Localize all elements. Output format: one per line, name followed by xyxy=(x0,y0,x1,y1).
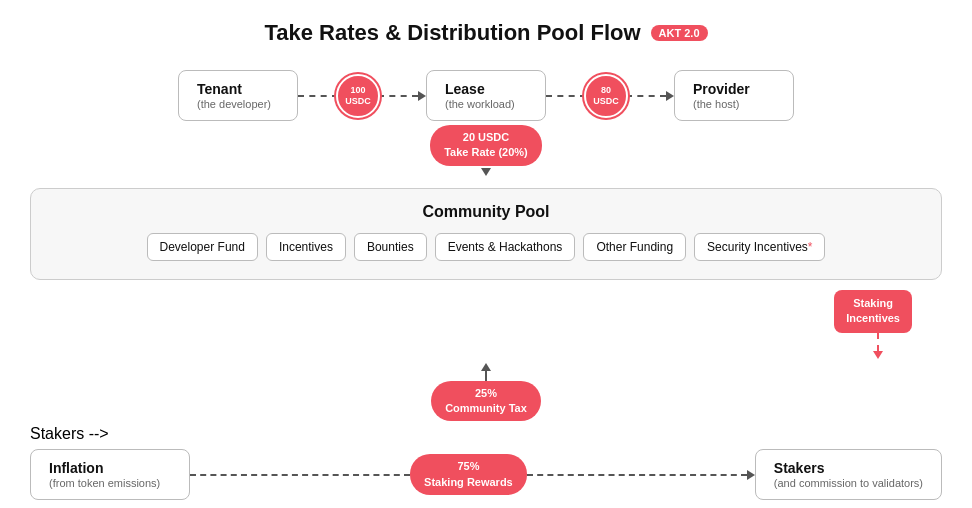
community-item-developer-fund: Developer Fund xyxy=(147,233,258,261)
staking-incentives-down-arrow xyxy=(873,351,883,359)
community-item-security-incentives: Security Incentives* xyxy=(694,233,825,261)
arrowhead2 xyxy=(666,91,674,101)
community-tax-pill: 25% Community Tax xyxy=(431,381,541,422)
akt-badge: AKT 2.0 xyxy=(651,25,708,41)
take-rate-section: 20 USDC Take Rate (20%) xyxy=(430,125,542,178)
dashed2b xyxy=(626,95,666,97)
top-flow-row: Tenant (the developer) 100 USDC Lease (t… xyxy=(30,70,942,121)
stakers-box: Stakers (and commission to validators) xyxy=(755,449,942,500)
arrow1: 100 USDC xyxy=(298,74,426,118)
staking-incentives-pill: Staking Incentives xyxy=(834,290,912,333)
arrow2: 80 USDC xyxy=(546,74,674,118)
staking-rewards-pill: 75% Staking Rewards xyxy=(410,454,527,495)
community-item-bounties: Bounties xyxy=(354,233,427,261)
circle-badge-2: 80 USDC xyxy=(584,74,628,118)
staking-incentives-dotted-line xyxy=(877,333,879,351)
community-tax-col: 25% Community Tax xyxy=(431,363,541,422)
dashed1 xyxy=(298,95,338,97)
up-arrow-community-tax xyxy=(481,363,491,371)
staking-incentives-col: Staking Incentives xyxy=(834,290,922,359)
community-title: Community Pool xyxy=(51,203,921,221)
lease-label: Lease xyxy=(445,81,527,97)
inflation-sub: (from token emissions) xyxy=(49,477,171,489)
title-row: Take Rates & Distribution Pool Flow AKT … xyxy=(264,20,707,46)
community-item-incentives: Incentives xyxy=(266,233,346,261)
take-rate-pill: 20 USDC Take Rate (20%) xyxy=(430,125,542,166)
community-items: Developer Fund Incentives Bounties Event… xyxy=(51,233,921,261)
provider-sub: (the host) xyxy=(693,98,775,110)
tenant-sub: (the developer) xyxy=(197,98,279,110)
lease-box: Lease (the workload) xyxy=(426,70,546,121)
tenant-box: Tenant (the developer) xyxy=(178,70,298,121)
circle-badge-1: 100 USDC xyxy=(336,74,380,118)
stakers-label: Stakers xyxy=(774,460,923,476)
bottom-full-row: Inflation (from token emissions) 75% Sta… xyxy=(30,449,942,500)
provider-box: Provider (the host) xyxy=(674,70,794,121)
tenant-label: Tenant xyxy=(197,81,279,97)
staking-incentives-area: Staking Incentives xyxy=(30,290,942,359)
page-title: Take Rates & Distribution Pool Flow xyxy=(264,20,640,46)
community-tax-area: 25% Community Tax xyxy=(30,363,942,422)
dashed2 xyxy=(546,95,586,97)
dashed-long-right xyxy=(527,474,747,476)
dashed-long-left xyxy=(190,474,410,476)
community-item-other-funding: Other Funding xyxy=(583,233,686,261)
arrowhead1 xyxy=(418,91,426,101)
lease-sub: (the workload) xyxy=(445,98,527,110)
dashed1b xyxy=(378,95,418,97)
bottom-section: Staking Incentives 25% Community Tax Sta… xyxy=(30,290,942,501)
provider-label: Provider xyxy=(693,81,775,97)
inflation-box: Inflation (from token emissions) xyxy=(30,449,190,500)
staking-rewards-arrow: 75% Staking Rewards xyxy=(190,454,755,495)
asterisk-mark: * xyxy=(808,240,813,254)
inflation-label: Inflation xyxy=(49,460,171,476)
down-arrow-take xyxy=(481,168,491,176)
community-pool: Community Pool Developer Fund Incentives… xyxy=(30,188,942,280)
community-item-events: Events & Hackathons xyxy=(435,233,576,261)
stakers-sub: (and commission to validators) xyxy=(774,477,923,489)
right-arrow-staking xyxy=(747,470,755,480)
vert-line-community-tax xyxy=(485,371,487,381)
